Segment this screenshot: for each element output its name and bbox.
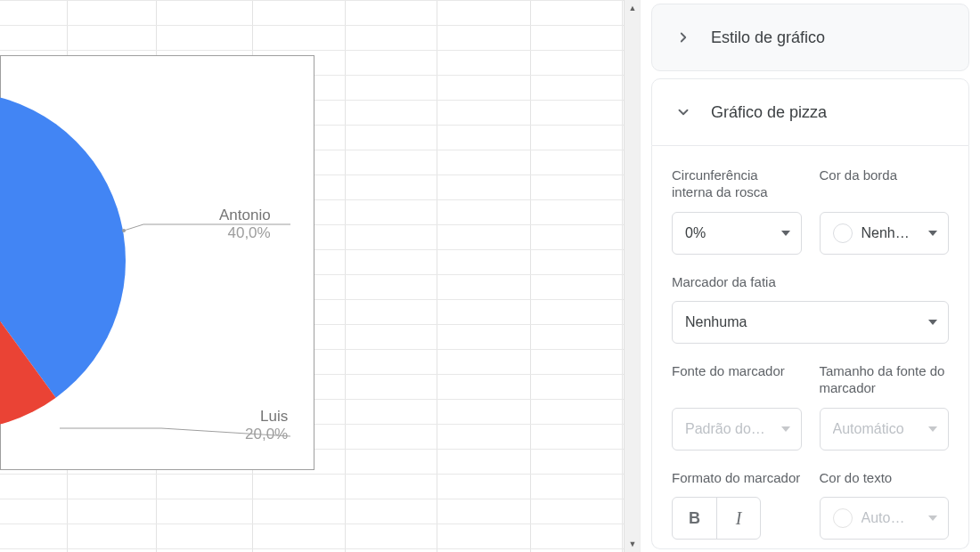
- text-color-label: Cor do texto: [820, 470, 950, 488]
- svg-point-0: [122, 229, 126, 232]
- section-pie-chart[interactable]: Gráfico de pizza: [651, 78, 969, 146]
- chevron-down-icon: [672, 101, 695, 124]
- label-format-label: Formato do marcador: [672, 470, 802, 488]
- slice-label: Antonio: [219, 207, 271, 223]
- label-font-label: Fonte do marcador: [672, 363, 802, 399]
- app-root: Antonio 40,0% Luis 20,0% ▲ ▼ Estilo de g…: [0, 0, 980, 552]
- section-title: Gráfico de pizza: [711, 103, 827, 122]
- slice-label-select[interactable]: Nenhuma: [672, 301, 949, 344]
- color-swatch-icon: [833, 223, 853, 243]
- slice-label-label: Marcador da fatia: [672, 274, 949, 292]
- caret-down-icon: [928, 231, 937, 236]
- label-font-size-select: Automático: [820, 408, 950, 451]
- italic-button[interactable]: I: [716, 498, 760, 539]
- slice-label: Luis: [260, 408, 288, 425]
- sheet-vertical-scrollbar[interactable]: ▲ ▼: [624, 0, 640, 552]
- caret-down-icon: [928, 515, 937, 521]
- slice-value: 20,0%: [245, 426, 288, 443]
- chevron-right-icon: [672, 26, 695, 49]
- scroll-down-icon[interactable]: ▼: [625, 536, 641, 552]
- chart-editor-panel: Estilo de gráfico Gráfico de pizza Circu…: [640, 0, 980, 552]
- border-color-select[interactable]: Nenh…: [820, 212, 950, 255]
- slice-callout-antonio: Antonio 40,0%: [219, 207, 271, 241]
- label-font-select: Padrão do te…: [672, 408, 802, 451]
- scroll-up-icon[interactable]: ▲: [625, 0, 641, 16]
- donut-hole-label: Circunferência interna da rosca: [672, 167, 802, 203]
- section-pie-body: Circunferência interna da rosca 0% Cor d…: [651, 146, 969, 549]
- caret-down-icon: [928, 320, 937, 325]
- border-color-label: Cor da borda: [820, 167, 950, 203]
- caret-down-icon: [781, 231, 790, 236]
- label-format-toggle-group: B I: [672, 497, 761, 540]
- section-chart-style[interactable]: Estilo de gráfico: [651, 4, 969, 71]
- color-swatch-icon: [833, 508, 853, 528]
- bold-button[interactable]: B: [673, 498, 716, 539]
- pie-chart[interactable]: Antonio 40,0% Luis 20,0%: [0, 55, 314, 470]
- caret-down-icon: [928, 426, 937, 432]
- caret-down-icon: [781, 426, 790, 432]
- label-font-size-label: Tamanho da fonte do marcador: [820, 363, 950, 399]
- slice-value: 40,0%: [219, 224, 271, 242]
- donut-hole-select[interactable]: 0%: [672, 212, 802, 255]
- text-color-select: Auto…: [820, 497, 950, 540]
- slice-callout-luis: Luis 20,0%: [245, 408, 288, 442]
- section-title: Estilo de gráfico: [711, 28, 825, 47]
